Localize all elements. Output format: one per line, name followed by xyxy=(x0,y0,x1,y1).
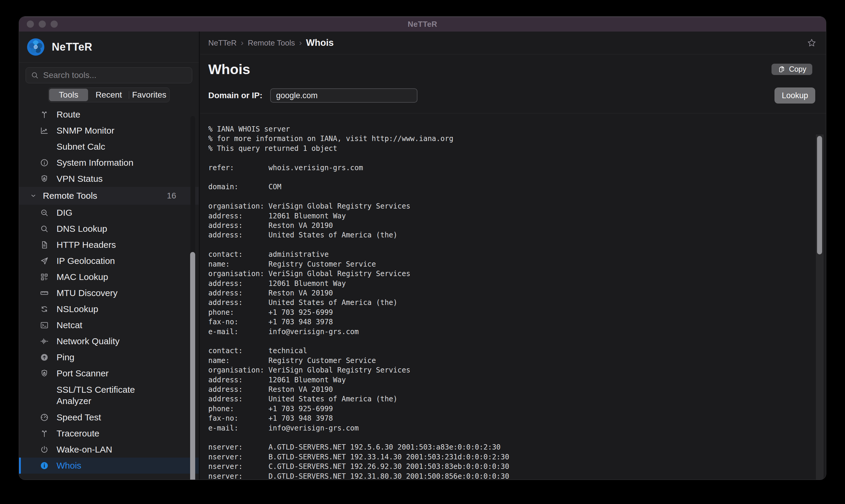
icon-placeholder xyxy=(40,391,49,400)
sidebar-item-label: Ping xyxy=(56,352,74,362)
sidebar-item-label: NSLookup xyxy=(56,304,98,314)
sidebar-item-label: Network Quality xyxy=(56,336,120,346)
app-name: NeTTeR xyxy=(52,41,92,53)
sidebar-item-label: Subnet Calc xyxy=(56,142,105,152)
sidebar-section-remote-tools[interactable]: Remote Tools 16 xyxy=(19,187,199,205)
tab-favorites[interactable]: Favorites xyxy=(130,89,169,101)
sidebar-item-label: Traceroute xyxy=(56,428,100,438)
sidebar-item-mtu-discovery[interactable]: MTU Discovery xyxy=(19,285,199,301)
sidebar-item-label: Wake-on-LAN xyxy=(56,445,112,455)
search-icon xyxy=(40,224,49,233)
breadcrumb-bar: NeTTeR › Remote Tools › Whois xyxy=(200,32,826,54)
section-count-badge: 16 xyxy=(167,191,176,200)
chevron-down-icon xyxy=(30,192,37,199)
search-icon xyxy=(31,71,39,79)
search-input[interactable] xyxy=(42,70,187,80)
sidebar-item-label: SNMP Monitor xyxy=(56,126,114,136)
sidebar-item-whois[interactable]: Whois xyxy=(19,457,199,474)
sidebar-item-http-headers[interactable]: HTTP Headers xyxy=(19,237,199,253)
star-icon xyxy=(807,38,817,48)
sidebar-item-system-information[interactable]: System Information xyxy=(19,155,199,171)
breadcrumb: NeTTeR › Remote Tools › Whois xyxy=(208,37,806,48)
domain-input[interactable] xyxy=(270,88,417,103)
sidebar-item-port-scanner[interactable]: Port Scanner xyxy=(19,365,199,381)
sidebar-item-netcat[interactable]: Netcat xyxy=(19,317,199,333)
sidebar-item-label: MTU Discovery xyxy=(56,288,118,298)
copy-icon xyxy=(777,65,786,73)
sidebar-item-subnet-calc[interactable]: Subnet Calc xyxy=(19,139,199,155)
breadcrumb-root[interactable]: NeTTeR xyxy=(208,38,236,48)
sidebar-item-label: Speed Test xyxy=(56,412,101,422)
breadcrumb-separator: › xyxy=(241,38,244,48)
app-header: NeTTeR xyxy=(19,32,199,63)
copy-button-label: Copy xyxy=(789,65,806,73)
sidebar-item-snmp-monitor[interactable]: SNMP Monitor xyxy=(19,123,199,139)
info-circle-icon xyxy=(40,158,49,167)
sidebar-item-label: MAC Lookup xyxy=(56,272,108,282)
sidebar-item-mac-lookup[interactable]: MAC Lookup xyxy=(19,269,199,285)
search-box[interactable] xyxy=(25,67,192,83)
sidebar-item-vpn-status[interactable]: VPN Status xyxy=(19,171,199,187)
sidebar-item-label: DIG xyxy=(56,208,72,218)
copy-button[interactable]: Copy xyxy=(772,64,812,75)
location-arrow-icon xyxy=(40,256,49,265)
lookup-button[interactable]: Lookup xyxy=(774,88,815,104)
sidebar-item-speed-test[interactable]: Speed Test xyxy=(19,409,199,426)
sidebar-item-label: DNS Lookup xyxy=(56,224,107,234)
sidebar-item-network-quality[interactable]: Network Quality xyxy=(19,333,199,349)
route-icon xyxy=(40,110,49,119)
query-row: Domain or IP: Lookup xyxy=(200,77,826,113)
breadcrumb-current: Whois xyxy=(306,37,334,48)
favorite-star-button[interactable] xyxy=(806,37,817,48)
sidebar-item-label: Netcat xyxy=(56,320,83,330)
shield-lock-icon xyxy=(40,369,49,378)
sidebar-item-label: Port Scanner xyxy=(56,368,109,378)
chart-line-icon xyxy=(40,126,49,135)
sidebar-item-route[interactable]: Route xyxy=(19,107,199,123)
tool-list: Route SNMP Monitor Subnet Calc xyxy=(19,107,199,474)
section-label: Remote Tools xyxy=(43,191,161,201)
sidebar-tabs: Tools Recent Favorites xyxy=(48,88,169,102)
app-window: NeTTeR xyxy=(19,17,826,480)
output-scrollbar-thumb[interactable] xyxy=(817,136,822,254)
icon-placeholder xyxy=(40,142,49,151)
tab-separator xyxy=(129,91,129,99)
sidebar-item-ip-geolocation[interactable]: IP Geolocation xyxy=(19,253,199,269)
refresh-icon xyxy=(40,305,49,313)
tabs-row: Tools Recent Favorites xyxy=(19,88,199,102)
sidebar: NeTTeR Tools Recent Favorite xyxy=(19,32,200,480)
search-minus-icon xyxy=(40,208,49,217)
sidebar-item-traceroute[interactable]: Traceroute xyxy=(19,426,199,442)
app-logo-icon xyxy=(26,37,45,56)
sidebar-item-label: Route xyxy=(56,109,80,120)
sidebar-item-label: SSL/TLS Certificate Analyzer xyxy=(56,384,158,407)
sidebar-item-wake-on-lan[interactable]: Wake-on-LAN xyxy=(19,442,199,457)
page-title: Whois xyxy=(208,61,250,77)
tab-recent[interactable]: Recent xyxy=(89,89,128,101)
domain-label: Domain or IP: xyxy=(208,91,263,100)
whois-output: % IANA WHOIS server % for more informati… xyxy=(200,113,826,480)
sidebar-scrollbar-thumb[interactable] xyxy=(190,252,195,480)
terminal-icon xyxy=(40,321,49,330)
sidebar-item-label: IP Geolocation xyxy=(56,256,115,266)
ruler-icon xyxy=(40,289,49,298)
breadcrumb-section[interactable]: Remote Tools xyxy=(248,38,295,48)
sidebar-item-label: System Information xyxy=(56,158,133,168)
sidebar-item-ssl-tls-certificate-analyzer[interactable]: SSL/TLS Certificate Analyzer xyxy=(19,381,199,409)
sidebar-item-nslookup[interactable]: NSLookup xyxy=(19,301,199,317)
qr-code-icon xyxy=(40,272,49,282)
page-header: Whois Copy xyxy=(200,54,826,77)
sidebar-item-label: VPN Status xyxy=(56,174,103,184)
tab-tools[interactable]: Tools xyxy=(49,89,88,101)
window-title: NeTTeR xyxy=(19,20,826,29)
document-icon xyxy=(40,240,49,249)
lookup-button-label: Lookup xyxy=(781,91,808,100)
sidebar-item-dns-lookup[interactable]: DNS Lookup xyxy=(19,221,199,237)
waveform-icon xyxy=(40,337,49,346)
route-icon xyxy=(40,429,49,438)
power-icon xyxy=(40,445,49,454)
sidebar-item-label: Whois xyxy=(56,461,81,471)
shield-lock-icon xyxy=(40,174,49,183)
sidebar-item-dig[interactable]: DIG xyxy=(19,205,199,221)
sidebar-item-ping[interactable]: Ping xyxy=(19,349,199,365)
